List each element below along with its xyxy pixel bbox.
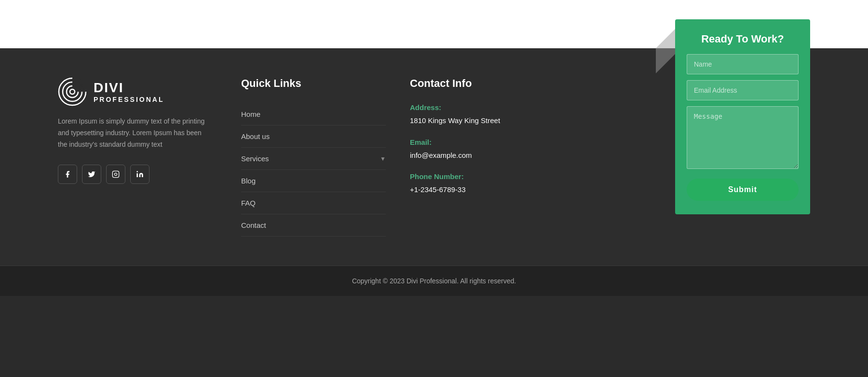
name-input[interactable] — [687, 54, 799, 74]
list-item: Home — [241, 103, 386, 126]
nav-contact-label: Contact — [241, 221, 266, 229]
facebook-icon[interactable] — [58, 165, 77, 184]
address-value: 1810 Kings Way King Street — [410, 115, 559, 126]
message-input[interactable] — [687, 106, 799, 169]
nav-about-label: About us — [241, 132, 270, 140]
svg-rect-4 — [112, 171, 119, 178]
chevron-down-icon: ▼ — [380, 155, 386, 162]
submit-button[interactable]: Submit — [687, 179, 799, 201]
list-item: About us — [241, 126, 386, 148]
contact-info-title: Contact Info — [410, 77, 559, 90]
nav-about-link[interactable]: About us — [241, 126, 386, 147]
footer-grid: DIVI PROFESSIONAL Lorem Ipsum is simply … — [58, 77, 733, 237]
linkedin-icon[interactable] — [130, 165, 149, 184]
nav-home-label: Home — [241, 110, 260, 118]
logo-section: DIVI PROFESSIONAL Lorem Ipsum is simply … — [58, 77, 212, 237]
contact-info-section: Contact Info Address: 1810 Kings Way Kin… — [405, 77, 559, 237]
svg-point-3 — [70, 89, 75, 94]
list-item: Services ▼ — [241, 148, 386, 170]
phone-value: +1-2345-6789-33 — [410, 184, 559, 195]
nav-faq-label: FAQ — [241, 199, 256, 207]
footer-bottom-bar: Copyright © 2023 Divi Professional. All … — [0, 265, 868, 296]
logo-professional-text: PROFESSIONAL — [94, 96, 164, 103]
twitter-icon[interactable] — [82, 165, 101, 184]
svg-point-6 — [136, 171, 138, 173]
logo-wrapper: DIVI PROFESSIONAL — [58, 77, 212, 106]
instagram-icon[interactable] — [106, 165, 125, 184]
contact-form-card: Ready To Work? Submit — [675, 19, 810, 214]
email-input[interactable] — [687, 80, 799, 100]
email-label: Email: — [410, 138, 559, 146]
nav-faq-link[interactable]: FAQ — [241, 192, 386, 214]
social-icons-group — [58, 165, 212, 184]
list-item: Contact — [241, 214, 386, 237]
nav-home-link[interactable]: Home — [241, 103, 386, 125]
list-item: FAQ — [241, 192, 386, 214]
email-value: info@example.com — [410, 150, 559, 161]
logo-description: Lorem Ipsum is simply dummy text of the … — [58, 116, 212, 150]
nav-links-list: Home About us Services ▼ Blog — [241, 103, 386, 237]
list-item: Blog — [241, 170, 386, 192]
nav-contact-link[interactable]: Contact — [241, 214, 386, 236]
nav-blog-link[interactable]: Blog — [241, 170, 386, 192]
logo-text: DIVI PROFESSIONAL — [94, 80, 164, 103]
nav-blog-label: Blog — [241, 177, 256, 185]
quick-links-section: Quick Links Home About us Services ▼ — [231, 77, 386, 237]
phone-label: Phone Number: — [410, 172, 559, 181]
form-title: Ready To Work? — [687, 33, 799, 45]
quick-links-title: Quick Links — [241, 77, 386, 90]
footer-main: Ready To Work? Submit — [0, 48, 868, 265]
address-label: Address: — [410, 103, 559, 112]
copyright-text: Copyright © 2023 Divi Professional. All … — [352, 277, 516, 285]
logo-divi-text: DIVI — [94, 80, 164, 96]
nav-services-link[interactable]: Services ▼ — [241, 148, 386, 169]
logo-icon — [58, 77, 87, 106]
nav-services-label: Services — [241, 154, 269, 163]
